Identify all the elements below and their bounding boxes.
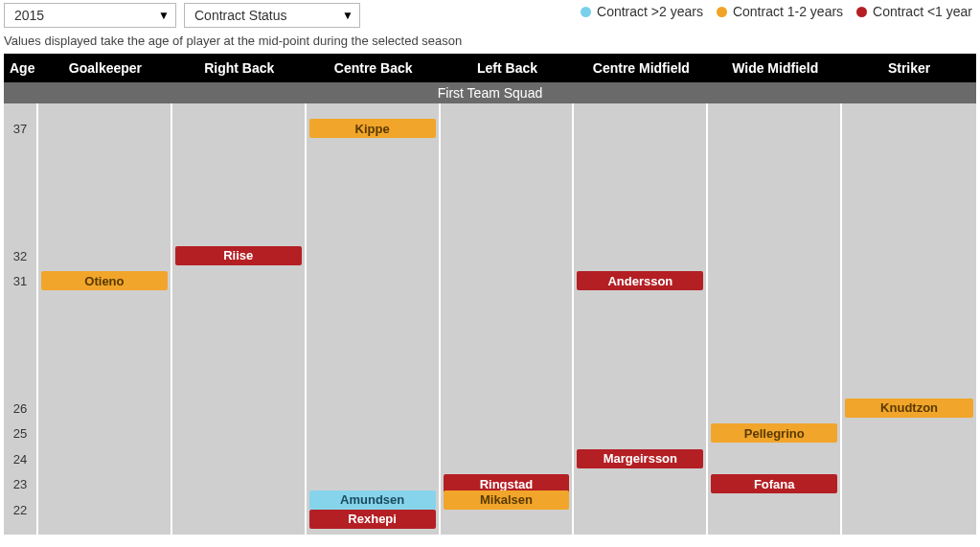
footnote: Values displayed take the age of player … bbox=[4, 34, 976, 48]
col-rb: Riise bbox=[172, 103, 307, 535]
grid-header-row: Age Goalkeeper Right Back Centre Back Le… bbox=[4, 54, 976, 82]
year-select[interactable]: 2015 ▼ bbox=[4, 3, 176, 28]
legend-label-gt2: Contract >2 years bbox=[597, 4, 703, 19]
chevron-down-icon: ▼ bbox=[342, 9, 353, 22]
player-chip[interactable]: Mikalsen bbox=[444, 490, 570, 510]
legend-item-lt1: Contract <1 year bbox=[856, 4, 972, 19]
legend-dot-blue bbox=[581, 7, 591, 17]
col-header-age: Age bbox=[4, 54, 38, 82]
age-tick: 22 bbox=[4, 502, 36, 516]
player-chip[interactable]: Fofana bbox=[711, 474, 837, 493]
squad-grid: Age Goalkeeper Right Back Centre Back Le… bbox=[4, 54, 976, 535]
legend-dot-red bbox=[856, 7, 867, 17]
player-chip[interactable]: Knudtzon bbox=[845, 399, 973, 418]
col-gk: Otieno bbox=[38, 103, 172, 535]
player-chip[interactable]: Amundsen bbox=[309, 490, 436, 510]
age-tick: 26 bbox=[4, 400, 36, 415]
player-chip[interactable]: Riise bbox=[175, 246, 302, 265]
player-chip[interactable]: Kippe bbox=[309, 119, 436, 138]
player-chip[interactable]: Andersson bbox=[577, 271, 703, 290]
col-header-cm: Centre Midfield bbox=[574, 54, 708, 82]
status-select-value: Contract Status bbox=[194, 8, 287, 23]
col-cb: KippeAmundsenRexhepi bbox=[307, 103, 441, 535]
col-st: Knudtzon bbox=[842, 103, 976, 535]
col-header-cb: Centre Back bbox=[307, 54, 441, 82]
legend-label-lt1: Contract <1 year bbox=[873, 4, 972, 19]
col-header-wm: Wide Midfield bbox=[708, 54, 842, 82]
player-chip[interactable]: Rexhepi bbox=[309, 510, 436, 529]
legend-dot-orange bbox=[717, 7, 727, 17]
player-chip[interactable]: Margeirsson bbox=[577, 449, 703, 468]
age-tick: 32 bbox=[4, 248, 36, 262]
age-tick: 24 bbox=[4, 451, 36, 466]
age-tick: 31 bbox=[4, 274, 36, 288]
legend: Contract >2 years Contract 1-2 years Con… bbox=[581, 4, 972, 19]
chevron-down-icon: ▼ bbox=[158, 9, 170, 22]
age-tick: 25 bbox=[4, 426, 36, 441]
player-chip[interactable]: Otieno bbox=[41, 271, 168, 290]
col-lb: RingstadMikalsen bbox=[441, 103, 575, 535]
age-tick: 37 bbox=[4, 122, 36, 136]
col-header-st: Striker bbox=[842, 54, 976, 82]
age-axis: 3732312625242322 bbox=[4, 103, 38, 535]
col-header-gk: Goalkeeper bbox=[38, 54, 172, 82]
age-tick: 23 bbox=[4, 477, 36, 491]
grid-subheader: First Team Squad bbox=[4, 82, 976, 103]
legend-item-12: Contract 1-2 years bbox=[717, 4, 843, 19]
col-wm: PellegrinoFofana bbox=[708, 103, 842, 535]
grid-body: 3732312625242322 Otieno Riise KippeAmund… bbox=[4, 103, 976, 535]
year-select-value: 2015 bbox=[14, 8, 44, 23]
status-select[interactable]: Contract Status ▼ bbox=[184, 3, 360, 28]
legend-item-gt2: Contract >2 years bbox=[581, 4, 703, 19]
col-header-rb: Right Back bbox=[172, 54, 307, 82]
legend-label-12: Contract 1-2 years bbox=[733, 4, 843, 19]
player-chip[interactable]: Pellegrino bbox=[711, 423, 837, 443]
col-cm: AnderssonMargeirsson bbox=[574, 103, 708, 535]
col-header-lb: Left Back bbox=[441, 54, 575, 82]
